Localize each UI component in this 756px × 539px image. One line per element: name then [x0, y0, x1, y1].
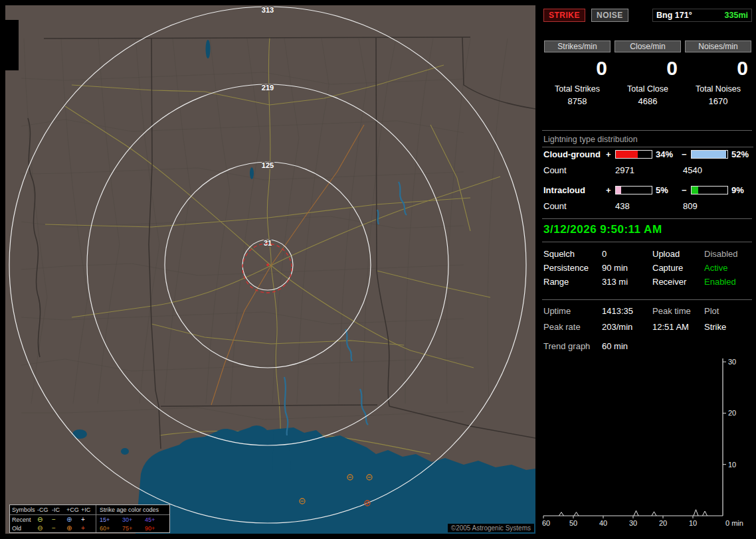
rate-counters: Strikes/min 0 Total Strikes 8758 Close/m… [542, 40, 755, 106]
total-noises-value: 1670 [683, 96, 753, 106]
total-close-label: Total Close [613, 84, 683, 94]
x-tick-label: 30 [629, 519, 637, 527]
trend-graph-label: Trend graph [543, 341, 602, 351]
session-stats-table: Uptime 1413:35 Peak time Plot Peak rate … [543, 306, 752, 332]
divider [542, 299, 752, 300]
datetime-readout: 3/12/2026 9:50:11 AM [543, 223, 662, 236]
squelch-label: Squelch [543, 249, 602, 259]
age-90: 90+ [145, 525, 167, 532]
trend-spike [652, 512, 656, 516]
plot-value: Strike [704, 322, 751, 332]
old-pcg-icon: ⊕ [66, 525, 81, 532]
cloud-ground-row: Cloud-ground + 34% − 52% [543, 149, 755, 159]
peak-rate-value: 203/min [602, 322, 652, 332]
x-tick-label: 50 [569, 519, 577, 527]
range-label: Range [543, 277, 602, 287]
cloud-ground-label: Cloud-ground [543, 149, 606, 159]
y-tick-label: 20 [728, 409, 736, 417]
uptime-value: 1413:35 [602, 306, 652, 316]
noise-mode-button[interactable]: NOISE [591, 9, 628, 22]
age-45: 45+ [145, 516, 167, 523]
age-75: 75+ [122, 525, 145, 532]
legend-recent-label: Recent [12, 516, 37, 523]
persistence-value: 90 min [602, 263, 652, 273]
ic-positive-count: 438 [615, 201, 682, 211]
strikes-counter: Strikes/min 0 Total Strikes 8758 [542, 40, 613, 106]
trend-window-value: 60 min [602, 341, 628, 351]
receiver-status: Enabled [704, 277, 751, 287]
map-legend: Symbols -CG -IC +CG +IC Strike age color… [9, 504, 170, 533]
bearing-readout: Bng 171° 335mi [652, 9, 752, 22]
close-counter: Close/min 0 Total Close 4686 [613, 40, 683, 106]
legend-symbols-header: Symbols [12, 506, 37, 513]
noises-per-min-button[interactable]: Noises/min [685, 40, 751, 52]
plus-sign: + [606, 185, 615, 195]
old-nic-icon: − [52, 525, 66, 532]
persistence-label: Persistence [543, 263, 602, 273]
intracloud-row: Intracloud + 5% − 9% [543, 185, 755, 195]
intracloud-label: Intracloud [543, 185, 606, 195]
trend-spike [703, 511, 708, 516]
peak-time-value: 12:51 AM [652, 322, 704, 332]
trend-graph: 3020106050403020100 min [539, 350, 751, 539]
ic-negative-count: 809 [682, 201, 755, 211]
strike-mode-button[interactable]: STRIKE [543, 9, 585, 22]
count-label: Count [543, 201, 606, 211]
squelch-value: 0 [602, 249, 652, 259]
receiver-status-table: Squelch 0 Upload Disabled Persistence 90… [543, 249, 752, 287]
status-panel: STRIKE NOISE Bng 171° 335mi Strikes/min … [539, 0, 756, 539]
trend-spike [574, 512, 579, 516]
range-ring-label-125: 125 [262, 161, 274, 169]
bearing-value: Bng 171° [656, 11, 692, 20]
range-value: 313 mi [602, 277, 652, 287]
range-ring-label-313: 313 [262, 6, 274, 14]
legend-old-row: Old ⊖ − ⊕ + 60+ 75+ 90+ [10, 524, 169, 532]
legend-header-row: Symbols -CG -IC +CG +IC Strike age color… [10, 505, 169, 515]
legend-col-pcg: +CG [66, 506, 81, 513]
bearing-range: 335mi [725, 11, 748, 20]
copyright-text: ©2005 Astrogenic Systems [448, 524, 534, 532]
intracloud-count-row: Count 438 809 [543, 200, 755, 211]
origin-label: 0 min [725, 519, 743, 527]
count-label: Count [543, 165, 606, 175]
legend-age-header: Strike age color codes [100, 506, 167, 513]
x-tick-label: 10 [689, 519, 697, 527]
radar-map-panel[interactable]: 31321912531 Symbols -CG -IC +CG +IC Stri… [5, 5, 535, 534]
strikes-per-min-button[interactable]: Strikes/min [544, 40, 611, 52]
old-pic-icon: + [81, 525, 96, 532]
radar-map[interactable]: 31321912531 [5, 5, 535, 534]
close-per-min-button[interactable]: Close/min [614, 40, 681, 52]
trend-graph-row: Trend graph 60 min [543, 341, 628, 351]
x-tick-label: 40 [599, 519, 607, 527]
legend-old-label: Old [12, 525, 37, 532]
recent-nic-icon: − [52, 516, 66, 523]
plus-sign: + [606, 149, 615, 159]
ic-negative-bar [691, 186, 728, 194]
recent-ncg-icon: ⊖ [37, 516, 52, 523]
upload-label: Upload [652, 249, 704, 259]
divider [542, 242, 752, 242]
upload-status: Disabled [704, 249, 751, 259]
age-15: 15+ [100, 516, 122, 523]
old-ncg-icon: ⊖ [37, 525, 52, 532]
peak-rate-label: Peak rate [543, 322, 602, 332]
noises-per-min-value: 0 [683, 52, 753, 84]
close-per-min-value: 0 [613, 52, 683, 84]
range-ring-label-219: 219 [262, 84, 274, 92]
divider [542, 218, 752, 219]
minus-sign: − [682, 149, 691, 159]
minus-sign: − [682, 185, 691, 195]
noises-counter: Noises/min 0 Total Noises 1670 [683, 40, 753, 106]
receiver-label: Receiver [652, 277, 704, 287]
legend-recent-row: Recent ⊖ − ⊕ + 15+ 30+ 45+ [10, 515, 169, 524]
cg-negative-count: 4540 [682, 165, 755, 175]
x-tick-label: 20 [659, 519, 667, 527]
divider [542, 130, 752, 131]
cg-negative-pct: 52% [728, 149, 755, 159]
ic-positive-pct: 5% [652, 185, 682, 195]
cg-positive-pct: 34% [652, 149, 682, 159]
recent-pcg-icon: ⊕ [66, 516, 81, 523]
cg-positive-count: 2971 [615, 165, 682, 175]
strikes-per-min-value: 0 [542, 52, 613, 84]
plot-label: Plot [704, 306, 751, 316]
